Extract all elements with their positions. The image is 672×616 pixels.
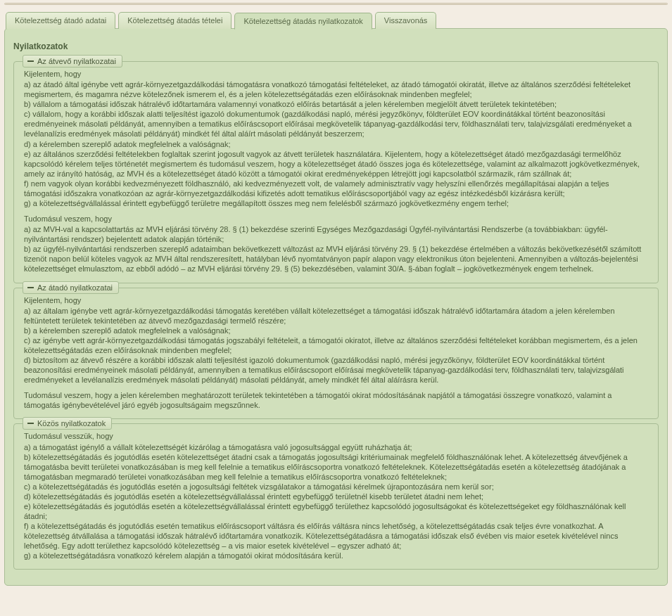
sec1-b2: b) az ügyfél-nyilvántartási rendszerben … (24, 244, 648, 274)
sec1-c: c) vállalom, hogy a korábbi időszak alat… (24, 109, 648, 139)
tabs-row: Kötelezettség átadó adatai Kötelezettség… (6, 12, 666, 29)
sec3-b: b) kötelezettségátadás és jogutódlás ese… (24, 452, 648, 482)
sec2-a: a) az általam igénybe vett agrár-környez… (24, 306, 648, 326)
main-panel: Nyilatkozatok Az átvevő nyilatkozatai Ki… (4, 28, 668, 586)
sec1-f: f) nem vagyok olyan korábbi kedvezményez… (24, 179, 648, 198)
tab-visszavonas[interactable]: Visszavonás (375, 12, 437, 29)
sec3-a: a) a támogatást igénylő a vállalt kötele… (24, 442, 648, 452)
fieldset-kozos: Közös nyilatkozatok Tudomásul vesszük, h… (13, 423, 659, 570)
sec1-a2: a) az MVH-val a kapcsolattartás az MVH e… (24, 224, 648, 244)
collapse-icon (27, 60, 34, 62)
legend-atado[interactable]: Az átadó nyilatkozatai (23, 281, 119, 294)
top-divider (4, 3, 668, 5)
sec3-lead1: Tudomásul vesszük, hogy (24, 431, 648, 441)
sec2-lead1: Kijelentem, hogy (24, 295, 648, 305)
tab-atado-adatai[interactable]: Kötelezettség átadó adatai (6, 12, 115, 29)
legend-label: Közös nyilatkozatok (37, 419, 106, 428)
tab-atadas-nyilatkozatok[interactable]: Kötelezettség átadás nyilatkozatok (234, 13, 372, 30)
sec2-c: c) az igénybe vett agrár-környezetgazdál… (24, 335, 648, 355)
panel-title: Nyilatkozatok (13, 41, 659, 51)
sec3-c: c) a kötelezettségátadás és jogutódlás e… (24, 482, 648, 492)
legend-label: Az átadó nyilatkozatai (37, 283, 113, 292)
legend-kozos[interactable]: Közös nyilatkozatok (23, 417, 112, 430)
sec2-b: b) a kérelemben szereplő adatok megfelel… (24, 326, 648, 335)
sec2-lead2: Tudomásul veszem, hogy a jelen kérelembe… (24, 390, 648, 410)
sec3-g: g) a kötelezettségátadásra vonatkozó kér… (24, 551, 648, 560)
sec2-d: d) biztosítom az átvevő részére a korább… (24, 355, 648, 385)
sec1-e: e) az általános szerződési feltételekben… (24, 149, 648, 179)
sec3-e: e) kötelezettségátadás és jogutódlás ese… (24, 501, 648, 521)
collapse-icon (27, 423, 34, 424)
sec1-lead1: Kijelentem, hogy (24, 69, 648, 79)
sec3-f: f) a kötelezettségátadás és jogutódlás e… (24, 521, 648, 551)
collapse-icon (27, 287, 34, 288)
sec1-d: d) a kérelemben szereplő adatok megfelel… (24, 139, 648, 149)
legend-atvevo[interactable]: Az átvevő nyilatkozatai (23, 55, 122, 68)
sec1-b: b) vállalom a támogatási időszak hátralé… (24, 99, 648, 109)
legend-label: Az átvevő nyilatkozatai (37, 57, 116, 65)
sec1-a: a) az átadó által igénybe vett agrár-kör… (24, 79, 648, 99)
tab-atadas-tetelei[interactable]: Kötelezettség átadás tételei (118, 12, 232, 29)
sec1-lead2: Tudomásul veszem, hogy (24, 214, 648, 224)
sec3-d: d) kötelezettségátadás és jogutódlás ese… (24, 492, 648, 501)
sec1-g: g) a kötelezettségvállalással érintett e… (24, 198, 648, 208)
fieldset-atado: Az átadó nyilatkozatai Kijelentem, hogy … (13, 288, 659, 420)
fieldset-atvevo: Az átvevő nyilatkozatai Kijelentem, hogy… (13, 61, 659, 283)
